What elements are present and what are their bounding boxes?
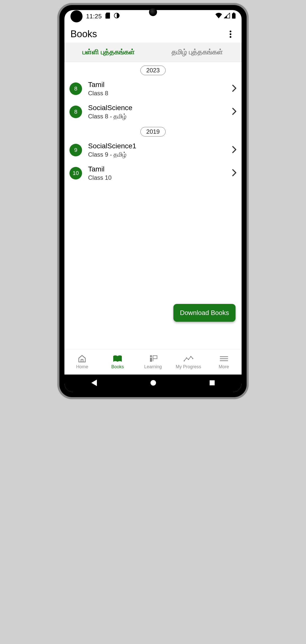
- svg-point-13: [190, 356, 192, 357]
- nav-books[interactable]: Books: [100, 350, 135, 375]
- more-icon: [219, 355, 229, 363]
- phone-frame: 11:25 Books: [59, 5, 247, 397]
- nav-progress[interactable]: My Progress: [171, 350, 206, 375]
- overflow-menu-button[interactable]: [225, 29, 236, 39]
- book-list-content[interactable]: 2023 8 Tamil Class 8 8 SocialScience Cla…: [64, 62, 242, 349]
- learning-icon: [148, 355, 158, 363]
- svg-point-11: [186, 357, 187, 359]
- book-title: SocialScience: [88, 104, 226, 112]
- svg-point-4: [230, 33, 232, 35]
- tab-tamil-books[interactable]: தமிழ் புத்தகங்கள்: [153, 42, 242, 62]
- nav-label: Home: [76, 364, 88, 370]
- chevron-right-icon: [232, 169, 237, 177]
- phone-screen: 11:25 Books: [64, 10, 242, 392]
- sd-card-icon: [105, 13, 110, 20]
- nav-learning[interactable]: Learning: [135, 350, 171, 375]
- svg-rect-19: [210, 380, 215, 385]
- nav-more[interactable]: More: [206, 350, 242, 375]
- book-text: Tamil Class 10: [88, 165, 226, 181]
- svg-rect-2: [233, 13, 235, 13]
- tab-school-books[interactable]: பள்ளி புத்தகங்கள்: [64, 42, 153, 62]
- book-text: Tamil Class 8: [88, 81, 226, 97]
- year-chip-2023: 2023: [140, 66, 165, 75]
- class-badge: 10: [69, 167, 82, 179]
- class-badge: 8: [69, 82, 82, 95]
- data-saver-icon: [114, 13, 120, 20]
- svg-point-3: [230, 30, 232, 32]
- nav-label: More: [219, 364, 229, 370]
- svg-point-12: [188, 359, 189, 360]
- app-header: Books: [64, 23, 242, 42]
- progress-icon: [184, 355, 193, 363]
- more-vert-icon: [230, 30, 232, 38]
- svg-point-5: [230, 36, 232, 38]
- camera-notch: [149, 8, 157, 16]
- book-title: Tamil: [88, 81, 226, 89]
- sys-back-button[interactable]: [91, 379, 97, 388]
- book-row[interactable]: 9 SocialScience1 Class 9 - தமிழ்: [64, 139, 242, 162]
- battery-icon: [232, 13, 236, 20]
- year-chip-2019: 2019: [140, 127, 165, 136]
- svg-rect-1: [232, 13, 236, 19]
- book-text: SocialScience Class 8 - தமிழ்: [88, 104, 226, 120]
- category-tabbar: பள்ளி புத்தகங்கள் தமிழ் புத்தகங்கள்: [64, 42, 242, 62]
- book-title: Tamil: [88, 165, 226, 173]
- book-title: SocialScience1: [88, 142, 226, 150]
- book-subtitle: Class 10: [88, 174, 226, 181]
- sys-home-button[interactable]: [150, 380, 157, 387]
- nav-label: My Progress: [176, 364, 201, 370]
- nav-label: Books: [111, 364, 124, 370]
- android-system-nav: [64, 375, 242, 392]
- status-avatar-dot: [70, 10, 83, 22]
- bottom-nav: Home Books Learning My Progress: [64, 349, 242, 375]
- book-row[interactable]: 8 SocialScience Class 8 - தமிழ்: [64, 100, 242, 123]
- chevron-right-icon: [232, 108, 237, 116]
- class-badge: 8: [69, 106, 82, 118]
- book-text: SocialScience1 Class 9 - தமிழ்: [88, 142, 226, 158]
- page-title: Books: [70, 29, 97, 39]
- chevron-right-icon: [232, 84, 237, 93]
- book-row[interactable]: 10 Tamil Class 10: [64, 162, 242, 185]
- home-icon: [77, 355, 87, 363]
- chevron-right-icon: [232, 146, 237, 154]
- nav-home[interactable]: Home: [64, 350, 100, 375]
- book-subtitle: Class 8 - தமிழ்: [88, 113, 226, 120]
- book-subtitle: Class 8: [88, 90, 226, 97]
- svg-point-6: [150, 355, 152, 357]
- svg-rect-7: [150, 358, 152, 362]
- book-row[interactable]: 8 Tamil Class 8: [64, 77, 242, 100]
- signal-icon: [224, 13, 230, 20]
- status-time: 11:25: [86, 13, 102, 20]
- wifi-icon: [215, 13, 222, 20]
- class-badge: 9: [69, 144, 82, 156]
- nav-label: Learning: [144, 364, 162, 370]
- book-icon: [113, 355, 122, 363]
- status-right: [215, 13, 236, 20]
- download-books-button[interactable]: Download Books: [173, 304, 236, 322]
- svg-point-18: [150, 380, 156, 386]
- status-left: 11:25: [70, 10, 120, 22]
- svg-rect-8: [153, 356, 157, 359]
- sys-recent-button[interactable]: [209, 380, 215, 387]
- book-subtitle: Class 9 - தமிழ்: [88, 151, 226, 158]
